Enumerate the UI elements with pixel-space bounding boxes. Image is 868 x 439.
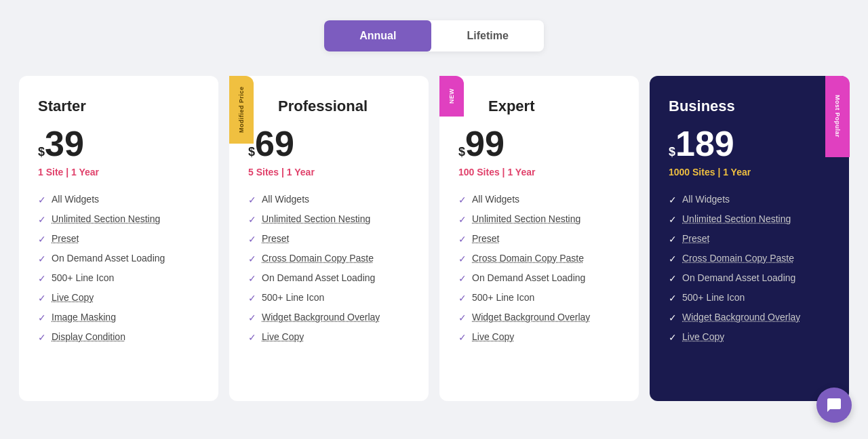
features-list: ✓ All Widgets ✓ Unlimited Section Nestin… [38, 194, 199, 343]
feature-label[interactable]: Preset [52, 233, 79, 244]
feature-label[interactable]: Widget Background Overlay [262, 312, 380, 322]
features-list: ✓ All Widgets ✓ Unlimited Section Nestin… [458, 194, 620, 343]
feature-item: ✓ Unlimited Section Nesting [38, 213, 199, 225]
plan-period: 100 Sites | 1 Year [458, 167, 620, 177]
feature-item: ✓ Preset [248, 233, 410, 245]
feature-label: All Widgets [262, 194, 309, 205]
price-amount: 99 [465, 126, 505, 161]
check-icon: ✓ [458, 312, 467, 323]
feature-label[interactable]: Display Condition [52, 331, 125, 342]
features-list: ✓ All Widgets ✓ Unlimited Section Nestin… [248, 194, 410, 343]
check-icon: ✓ [248, 253, 256, 264]
feature-label[interactable]: Widget Background Overlay [682, 312, 800, 322]
check-icon: ✓ [669, 214, 677, 225]
check-icon: ✓ [38, 273, 46, 284]
plan-period: 1000 Sites | 1 Year [669, 167, 830, 177]
check-icon: ✓ [38, 312, 46, 323]
feature-item: ✓ Preset [669, 233, 830, 245]
plan-card-professional: Modified Price Professional $ 69 5 Sites… [229, 76, 429, 401]
plan-period: 1 Site | 1 Year [38, 167, 199, 177]
price-amount: 189 [675, 126, 734, 161]
feature-label[interactable]: Live Copy [262, 331, 304, 342]
feature-label[interactable]: Cross Domain Copy Paste [262, 253, 374, 264]
feature-item: ✓ Live Copy [248, 331, 410, 343]
check-icon: ✓ [38, 234, 46, 245]
feature-label[interactable]: Preset [682, 233, 709, 244]
feature-label: On Demand Asset Loading [52, 253, 165, 264]
plan-price: $ 189 [669, 126, 830, 161]
feature-item: ✓ Live Copy [669, 331, 830, 343]
plan-card-business: Most Popular Business $ 189 1000 Sites |… [650, 76, 849, 401]
check-icon: ✓ [458, 234, 467, 245]
check-icon: ✓ [248, 312, 256, 323]
feature-label: On Demand Asset Loading [472, 272, 585, 283]
badge-new: NEW [439, 76, 464, 117]
feature-label[interactable]: Unlimited Section Nesting [262, 213, 370, 224]
feature-label[interactable]: Live Copy [682, 331, 724, 342]
check-icon: ✓ [458, 293, 467, 304]
feature-item: ✓ On Demand Asset Loading [38, 253, 199, 264]
feature-label[interactable]: Live Copy [52, 292, 94, 303]
check-icon: ✓ [38, 194, 46, 205]
check-icon: ✓ [38, 214, 46, 225]
plan-price: $ 69 [248, 126, 410, 161]
feature-label[interactable]: Unlimited Section Nesting [52, 213, 160, 224]
check-icon: ✓ [38, 293, 46, 304]
feature-label[interactable]: Preset [472, 233, 499, 244]
chat-bubble[interactable] [816, 388, 852, 423]
feature-label: On Demand Asset Loading [262, 272, 375, 283]
check-icon: ✓ [38, 253, 46, 264]
plan-name: Business [669, 98, 830, 115]
feature-item: ✓ Cross Domain Copy Paste [669, 253, 830, 264]
feature-item: ✓ 500+ Line Icon [458, 292, 620, 304]
check-icon: ✓ [458, 332, 467, 343]
feature-label[interactable]: Cross Domain Copy Paste [472, 253, 584, 264]
check-icon: ✓ [458, 273, 467, 284]
feature-label[interactable]: Unlimited Section Nesting [682, 213, 791, 224]
check-icon: ✓ [458, 253, 467, 264]
feature-label: 500+ Line Icon [262, 292, 324, 303]
feature-item: ✓ On Demand Asset Loading [669, 272, 830, 284]
feature-label: All Widgets [472, 194, 519, 205]
check-icon: ✓ [248, 293, 256, 304]
check-icon: ✓ [248, 273, 256, 284]
feature-item: ✓ All Widgets [458, 194, 620, 205]
check-icon: ✓ [669, 273, 677, 284]
check-icon: ✓ [669, 194, 677, 205]
check-icon: ✓ [458, 214, 467, 225]
check-icon: ✓ [669, 253, 677, 264]
check-icon: ✓ [669, 293, 677, 304]
feature-item: ✓ 500+ Line Icon [669, 292, 830, 304]
plan-name: Professional [278, 98, 410, 115]
price-amount: 69 [255, 126, 294, 161]
feature-item: ✓ All Widgets [38, 194, 199, 205]
check-icon: ✓ [458, 194, 467, 205]
feature-label[interactable]: Preset [262, 233, 289, 244]
feature-label[interactable]: Image Masking [52, 312, 116, 322]
plan-price: $ 39 [38, 126, 199, 161]
plan-card-starter: Starter $ 39 1 Site | 1 Year ✓ All Widge… [19, 76, 218, 401]
check-icon: ✓ [248, 194, 256, 205]
check-icon: ✓ [248, 234, 256, 245]
check-icon: ✓ [248, 214, 256, 225]
feature-item: ✓ Live Copy [458, 331, 620, 343]
feature-item: ✓ Widget Background Overlay [248, 312, 410, 323]
feature-item: ✓ Unlimited Section Nesting [458, 213, 620, 225]
currency-symbol: $ [669, 145, 675, 159]
lifetime-button[interactable]: Lifetime [431, 20, 543, 51]
feature-item: ✓ Widget Background Overlay [669, 312, 830, 323]
feature-label: 500+ Line Icon [472, 292, 534, 303]
feature-label[interactable]: Unlimited Section Nesting [472, 213, 580, 224]
feature-item: ✓ Live Copy [38, 292, 199, 304]
feature-item: ✓ Cross Domain Copy Paste [248, 253, 410, 264]
feature-label[interactable]: Widget Background Overlay [472, 312, 590, 322]
annual-button[interactable]: Annual [324, 20, 431, 51]
features-list: ✓ All Widgets ✓ Unlimited Section Nestin… [669, 194, 830, 343]
billing-toggle: Annual Lifetime [324, 20, 544, 51]
feature-label: All Widgets [682, 194, 730, 205]
feature-label[interactable]: Cross Domain Copy Paste [682, 253, 794, 264]
feature-item: ✓ 500+ Line Icon [248, 292, 410, 304]
plan-period: 5 Sites | 1 Year [248, 167, 410, 177]
currency-symbol: $ [458, 145, 465, 159]
feature-label[interactable]: Live Copy [472, 331, 514, 342]
